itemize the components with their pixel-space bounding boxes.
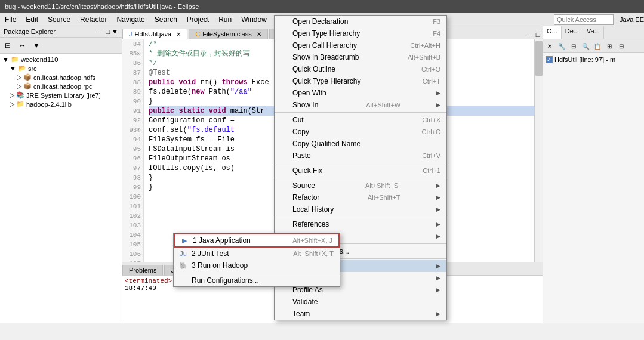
tab-icon: C	[195, 30, 200, 38]
pkg-collapse-btn[interactable]: ⊟	[1, 39, 14, 52]
right-tab-o[interactable]: O...	[543, 26, 562, 39]
ctx-open-with[interactable]: Open With	[275, 87, 446, 99]
quick-access-area: Java EE	[554, 14, 644, 25]
right-panel-tabs: O... De... Va...	[543, 26, 644, 39]
tree-item-jre[interactable]: ▷ 📚 JRE System Library [jre7]	[0, 91, 122, 100]
close-icon[interactable]: ✕	[176, 31, 181, 38]
submenu-shortcut: Alt+Shift+X, T	[293, 250, 334, 257]
rt-btn5[interactable]: 📋	[592, 41, 603, 51]
right-tree-label: HdfsUtil [line: 97] - m	[554, 56, 615, 63]
ctx-refactor[interactable]: Refactor Alt+Shift+T	[275, 191, 446, 203]
project-icon: 📁	[11, 55, 19, 63]
package-tree: ▼ 📁 weekend110 ▼ 📂 src ▷ 📦 cn.itcast.had…	[0, 54, 122, 323]
ctx-show-in[interactable]: Show In Alt+Shift+W	[275, 99, 446, 111]
ctx-local-history[interactable]: Local History	[275, 203, 446, 215]
folder-icon: 📁	[16, 100, 24, 108]
menu-file[interactable]: File	[0, 14, 21, 25]
ctx-label: Quick Type Hierarchy	[292, 77, 361, 85]
ctx-quick-outline[interactable]: Quick Outline Ctrl+O	[275, 63, 446, 75]
submenu-shortcut: Alt+Shift+X, J	[292, 237, 332, 244]
tree-item-rpc[interactable]: ▷ 📦 cn.itcast.hadoop.rpc	[0, 82, 122, 91]
tree-label: JRE System Library [jre7]	[26, 92, 101, 99]
tree-item-hadoop[interactable]: ▷ 📁 hadoop-2.4.1lib	[0, 100, 122, 109]
ctx-team[interactable]: Team	[275, 308, 446, 320]
right-tab-va[interactable]: Va...	[583, 26, 604, 39]
package-icon: 📦	[23, 73, 32, 81]
checkbox-icon: ✓	[546, 56, 553, 63]
ctx-cut[interactable]: Cut Ctrl+X	[275, 114, 446, 126]
maximize-icon[interactable]: □	[106, 28, 110, 35]
rt-btn4[interactable]: 🔍	[580, 41, 591, 51]
ctx-paste[interactable]: Paste Ctrl+V	[275, 150, 446, 162]
rt-btn7[interactable]: ⊟	[616, 41, 627, 51]
tab-icon: J	[129, 30, 133, 38]
menu-edit[interactable]: Edit	[21, 14, 43, 25]
tree-item-src[interactable]: ▼ 📂 src	[0, 64, 122, 73]
ctx-shortcut: Ctrl+T	[423, 78, 440, 85]
menu-window[interactable]: Window	[236, 14, 272, 25]
menu-icon[interactable]: ▼	[112, 28, 118, 35]
expand-icon: ▷	[17, 82, 21, 90]
rt-btn2[interactable]: 🔧	[556, 41, 567, 51]
maximize-editor-icon[interactable]: □	[536, 30, 540, 39]
java-app-icon: ▶	[180, 237, 189, 245]
tab-problems[interactable]: Problems	[122, 265, 163, 275]
right-tree-item[interactable]: ✓ HdfsUtil [line: 97] - m	[546, 55, 642, 64]
ctx-shortcut: F3	[433, 18, 440, 25]
menu-search[interactable]: Search	[150, 14, 182, 25]
ctx-open-call-hierarchy[interactable]: Open Call Hierarchy Ctrl+Alt+H	[275, 39, 446, 51]
submenu-label: 3 Run on Hadoop	[192, 261, 248, 270]
minimize-editor-icon[interactable]: ─	[528, 30, 534, 39]
submenu-junit[interactable]: Ju 2 JUnit Test Alt+Shift+X, T	[174, 248, 340, 259]
ctx-shortcut: Ctrl+O	[421, 66, 440, 73]
tree-item-hdfs[interactable]: ▷ 📦 cn.itcast.hadoop.hdfs	[0, 73, 122, 82]
ctx-label: Team	[292, 310, 310, 318]
rt-btn1[interactable]: ✕	[544, 41, 555, 51]
menu-navigate[interactable]: Navigate	[112, 14, 149, 25]
ctx-quick-fix[interactable]: Quick Fix Ctrl+1	[275, 165, 446, 177]
tree-label: cn.itcast.hadoop.rpc	[33, 83, 92, 90]
ctx-quick-type-hierarchy[interactable]: Quick Type Hierarchy Ctrl+T	[275, 75, 446, 87]
tab-hdfsutil[interactable]: J HdfsUtil.java ✕	[122, 29, 187, 39]
rt-btn6[interactable]: ⊞	[604, 41, 615, 51]
quick-access-input[interactable]	[554, 14, 614, 25]
window-title: bug - weekend110/src/cn/itcast/hadoop/hd…	[5, 3, 199, 10]
menu-source[interactable]: Source	[43, 14, 75, 25]
ctx-references[interactable]: References	[275, 218, 446, 230]
ctx-validate[interactable]: Validate	[275, 296, 446, 308]
right-toolbar: ✕ 🔧 ⊟ 🔍 📋 ⊞ ⊟	[543, 39, 644, 53]
menu-refactor[interactable]: Refactor	[75, 14, 112, 25]
ctx-copy-qualified[interactable]: Copy Qualified Name	[275, 138, 446, 150]
menu-run[interactable]: Run	[214, 14, 236, 25]
ctx-shortcut: Ctrl+1	[423, 167, 440, 174]
pkg-menu-btn[interactable]: ▼	[30, 39, 43, 52]
expand-icon: ▷	[17, 73, 21, 81]
ctx-show-breadcrumb[interactable]: Show in Breadcrumb Alt+Shift+B	[275, 51, 446, 63]
expand-icon: ▷	[10, 100, 14, 108]
ctx-copy[interactable]: Copy Ctrl+C	[275, 126, 446, 138]
vertical-scrollbar[interactable]	[534, 39, 543, 262]
expand-icon: ▼	[2, 56, 9, 63]
menu-project[interactable]: Project	[182, 14, 214, 25]
pkg-link-btn[interactable]: ↔	[16, 39, 29, 52]
ctx-label: Profile As	[292, 286, 323, 294]
submenu-java-app[interactable]: ▶ 1 Java Application Alt+Shift+X, J	[174, 233, 340, 248]
minimize-icon[interactable]: ─	[100, 28, 104, 35]
hadoop-icon: 🐘	[178, 262, 188, 270]
tree-item-weekend110[interactable]: ▼ 📁 weekend110	[0, 55, 122, 64]
tab-filesystem[interactable]: C FileSystem.class ✕	[189, 29, 267, 39]
rt-btn3[interactable]: ⊟	[568, 41, 579, 51]
ctx-label: Quick Fix	[292, 166, 322, 175]
submenu-hadoop[interactable]: 🐘 3 Run on Hadoop	[174, 259, 340, 271]
right-tab-de[interactable]: De...	[562, 26, 583, 39]
submenu-label: Run Configurations...	[192, 276, 259, 285]
ctx-source[interactable]: Source Alt+Shift+S	[275, 180, 446, 191]
folder-icon: 📂	[18, 64, 26, 72]
submenu-run-config[interactable]: Run Configurations...	[174, 274, 340, 286]
submenu-label: 2 JUnit Test	[192, 249, 229, 258]
submenu-separator	[174, 273, 340, 273]
ctx-open-type-hierarchy[interactable]: Open Type Hierarchy F4	[275, 27, 446, 39]
ctx-open-declaration[interactable]: Open Declaration F3	[275, 16, 446, 27]
ctx-label: Open Declaration	[292, 17, 348, 26]
close-icon[interactable]: ✕	[257, 31, 261, 38]
